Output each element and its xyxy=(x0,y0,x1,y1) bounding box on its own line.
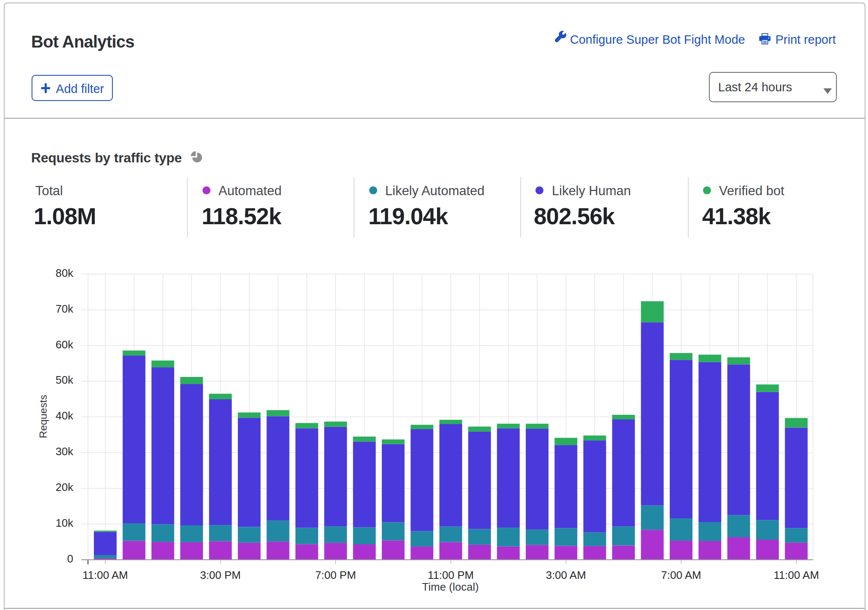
svg-text:30k: 30k xyxy=(56,445,74,458)
svg-text:70k: 70k xyxy=(56,302,74,315)
svg-text:Requests: Requests xyxy=(37,395,49,438)
svg-text:11:00 AM: 11:00 AM xyxy=(83,569,128,581)
svg-text:3:00 PM: 3:00 PM xyxy=(200,569,241,581)
svg-text:40k: 40k xyxy=(56,409,74,422)
svg-text:0: 0 xyxy=(67,552,73,565)
svg-text:20k: 20k xyxy=(56,481,74,493)
svg-text:Time (local): Time (local) xyxy=(422,581,479,593)
svg-text:3:00 AM: 3:00 AM xyxy=(546,569,586,581)
svg-text:7:00 AM: 7:00 AM xyxy=(661,569,701,581)
svg-text:7:00 PM: 7:00 PM xyxy=(315,569,356,581)
svg-text:11:00 AM: 11:00 AM xyxy=(774,569,819,581)
svg-text:60k: 60k xyxy=(56,338,74,351)
svg-text:11:00 PM: 11:00 PM xyxy=(428,569,474,581)
svg-text:50k: 50k xyxy=(56,374,74,386)
svg-text:80k: 80k xyxy=(56,267,74,279)
svg-text:10k: 10k xyxy=(56,517,74,529)
